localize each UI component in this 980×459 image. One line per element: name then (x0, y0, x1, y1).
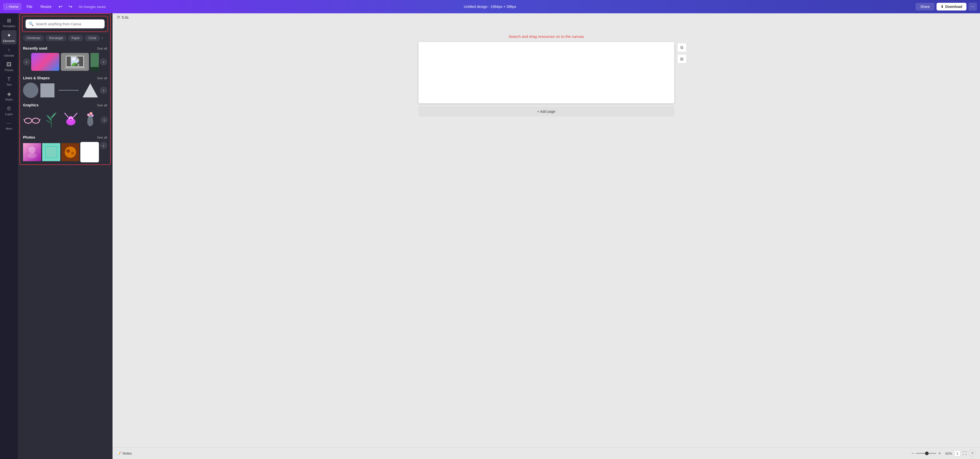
chips-next-button[interactable]: › (102, 36, 103, 40)
photos-see-all[interactable]: See all (97, 135, 107, 139)
forest-svg (91, 53, 99, 71)
svg-point-9 (25, 118, 32, 123)
notes-button[interactable]: 📝 Notes (116, 451, 132, 456)
timer-label: 5.0s (122, 15, 128, 19)
fullscreen-button[interactable]: ⛶ (963, 451, 967, 456)
sidebar-label-logos: Logos (5, 113, 13, 116)
resize-button[interactable]: Resize (38, 3, 55, 10)
zoom-level-label: 62% (943, 452, 952, 456)
canvas-page[interactable]: ⧉ ⊞ (418, 42, 674, 103)
sidebar-item-templates[interactable]: ⊞ Templates (1, 15, 17, 30)
zoom-slider[interactable] (916, 453, 936, 454)
sidebar-item-uploads[interactable]: ↑ Uploads (1, 45, 17, 59)
sidebar-item-styles[interactable]: ◈ Styles (1, 89, 17, 103)
zoom-in-button[interactable]: + (938, 451, 941, 456)
download-button[interactable]: ⬇ Download (937, 3, 966, 11)
sidebar-label-more: More (6, 127, 12, 130)
graphic-vase[interactable] (81, 110, 99, 130)
zoom-out-button[interactable]: − (912, 451, 914, 456)
chip-circle[interactable]: Circle (85, 35, 100, 41)
canvas-hint: Search and drag resources on to the canv… (509, 34, 584, 38)
svg-point-26 (28, 153, 37, 158)
photo-item-pink[interactable] (23, 142, 41, 163)
svg-point-10 (32, 118, 39, 123)
canvas-page-actions: ⧉ ⊞ (677, 43, 686, 64)
sidebar-label-text: Text (6, 83, 11, 86)
svg-point-18 (72, 118, 73, 119)
canvas-area: ⏱ 5.0s Search and drag resources on to t… (113, 13, 980, 459)
notes-icon: 📝 (116, 451, 121, 456)
graphics-next-button[interactable]: › (101, 116, 108, 124)
carousel-next-button[interactable]: › (100, 58, 107, 65)
recently-used-title: Recently used (23, 46, 47, 50)
elements-panel: 🔍 Christmas Rectangle Paper Circle › Rec… (18, 13, 113, 459)
more-options-button[interactable]: ··· (969, 3, 977, 11)
lines-shapes-header: Lines & Shapes See all (23, 76, 107, 80)
carousel-prev-button[interactable]: ‹ (23, 58, 30, 65)
graphic-bull[interactable] (62, 110, 80, 130)
chip-paper[interactable]: Paper (68, 35, 83, 41)
chip-rectangle[interactable]: Rectangle (46, 35, 67, 41)
add-page-after-button[interactable]: ⊞ (677, 54, 686, 64)
text-icon: T (7, 76, 11, 82)
sidebar-item-elements[interactable]: ✦ Elements (1, 30, 17, 45)
help-button[interactable]: ? (969, 450, 976, 457)
shape-rectangle[interactable] (40, 83, 54, 97)
panel-border: 🔍 Christmas Rectangle Paper Circle › Rec… (19, 13, 111, 165)
svg-point-32 (66, 149, 70, 153)
sidebar-label-styles: Styles (5, 98, 13, 101)
sidebar-item-photos[interactable]: 🖼 Photos (1, 60, 17, 73)
undo-button[interactable]: ↩ (57, 2, 64, 11)
templates-icon: ⊞ (7, 18, 11, 24)
search-icon: 🔍 (29, 21, 34, 26)
graphics-see-all[interactable]: See all (97, 103, 107, 107)
svg-point-17 (69, 118, 70, 119)
photo-item-food[interactable] (61, 142, 80, 163)
icon-sidebar: ⊞ Templates ✦ Elements ↑ Uploads 🖼 Photo… (0, 13, 18, 459)
home-label: Home (9, 5, 18, 9)
sidebar-label-elements: Elements (3, 39, 15, 43)
carousel-item-forest[interactable] (91, 53, 99, 71)
sidebar-item-text[interactable]: T Text (1, 74, 17, 88)
search-input[interactable] (36, 22, 102, 26)
photo-item-teal[interactable] (42, 142, 60, 163)
sidebar-item-logos[interactable]: © Logos (1, 104, 17, 118)
add-page-button[interactable]: + Add page (418, 106, 674, 116)
file-menu-button[interactable]: File (24, 3, 35, 10)
recently-used-see-all[interactable]: See all (97, 46, 107, 50)
svg-rect-2 (65, 67, 85, 68)
photos-header: Photos See all (23, 135, 107, 139)
canvas-scroll-area[interactable]: Search and drag resources on to the canv… (113, 21, 980, 448)
shape-line[interactable]: → (59, 90, 78, 91)
graphics-title: Graphics (23, 103, 38, 107)
sidebar-label-templates: Templates (3, 24, 15, 28)
svg-point-19 (70, 119, 72, 120)
svg-text:laptop: laptop (72, 61, 77, 63)
logos-icon: © (7, 105, 11, 112)
lines-shapes-see-all[interactable]: See all (97, 76, 107, 80)
elements-icon: ✦ (7, 32, 11, 38)
saved-status: All changes saved (78, 5, 106, 9)
svg-point-33 (71, 151, 74, 155)
carousel-item-gradient[interactable] (31, 53, 59, 71)
chip-christmas[interactable]: Christmas (23, 35, 44, 41)
share-button[interactable]: Share (916, 3, 934, 11)
bottom-bar: 📝 Notes − + 62% 1 ⛶ ? (113, 448, 980, 459)
zoom-controls: − + 62% 1 ⛶ ? (912, 450, 976, 457)
graphics-header: Graphics See all (23, 103, 107, 107)
sidebar-item-more[interactable]: ··· More (1, 118, 17, 132)
graphic-sunglasses[interactable] (23, 110, 41, 130)
photos-next-button[interactable]: › (100, 142, 107, 149)
home-button[interactable]: ‹ Home (3, 3, 21, 10)
photo-item-white[interactable] (80, 142, 99, 163)
duplicate-page-button[interactable]: ⧉ (677, 43, 686, 52)
notes-label: Notes (123, 451, 132, 456)
shape-circle[interactable] (23, 83, 38, 98)
carousel-item-laptop[interactable]: laptop (61, 53, 89, 71)
shape-triangle[interactable] (83, 83, 98, 97)
redo-button[interactable]: ↪ (67, 2, 75, 11)
chevron-left-icon: ‹ (6, 5, 7, 9)
shapes-next-button[interactable]: › (100, 87, 107, 94)
photos-section: Photos See all (20, 132, 110, 164)
graphic-plant[interactable] (43, 110, 60, 130)
